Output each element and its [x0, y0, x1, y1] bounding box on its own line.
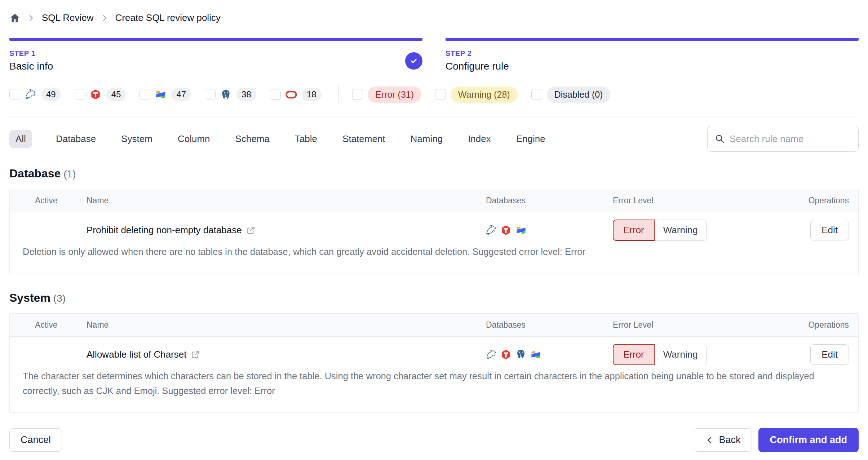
tab-schema[interactable]: Schema	[234, 130, 271, 148]
disabled-filter-pill[interactable]: Disabled (0)	[547, 87, 611, 103]
mysql-icon	[486, 225, 497, 236]
col-name: Name	[87, 189, 486, 212]
error-level-error-button[interactable]: Error	[613, 220, 655, 241]
step-2-label: STEP 2	[446, 49, 509, 58]
search-rule-box	[707, 126, 859, 152]
col-databases: Databases	[486, 189, 613, 212]
filter-engine-postgresql: 38	[205, 88, 256, 101]
rule-databases	[486, 349, 613, 360]
col-operations: Operations	[762, 314, 858, 336]
section-system-count: (3)	[53, 293, 66, 304]
error-level-error-button[interactable]: Error	[613, 344, 655, 365]
tab-table[interactable]: Table	[293, 130, 319, 148]
postgresql-filter-checkbox[interactable]	[205, 89, 216, 100]
col-operations: Operations	[762, 189, 858, 212]
error-filter-pill[interactable]: Error (31)	[368, 87, 421, 103]
warning-filter-checkbox[interactable]	[435, 89, 446, 100]
external-link-icon[interactable]	[246, 226, 256, 235]
tidb-filter-checkbox[interactable]	[75, 89, 85, 100]
filters-divider	[9, 116, 859, 116]
search-icon	[715, 134, 725, 144]
breadcrumb: SQL Review Create SQL review policy	[9, 0, 859, 23]
step-1-title: Basic info	[9, 61, 53, 72]
oracle-icon	[285, 89, 297, 100]
tidb-icon	[501, 225, 512, 236]
col-error-level: Error Level	[613, 189, 762, 212]
section-system-label: System	[9, 291, 50, 304]
rule-name-link[interactable]: Allowable list of Charset	[87, 349, 486, 360]
section-database-label: Database	[9, 167, 61, 180]
postgresql-rule-count: 38	[236, 88, 256, 101]
create-sql-review-policy-page: SQL Review Create SQL review policy STEP…	[0, 0, 868, 460]
step-2-title: Configure rule	[446, 61, 509, 72]
tidb-rule-count: 45	[106, 88, 126, 101]
breadcrumb-sql-review[interactable]: SQL Review	[42, 12, 94, 23]
oracle-rule-count: 18	[302, 88, 322, 101]
tab-index[interactable]: Index	[466, 130, 492, 148]
system-rules-table: Active Name Databases Error Level Operat…	[9, 313, 859, 413]
oracle-filter-checkbox[interactable]	[270, 89, 281, 100]
search-rule-input[interactable]	[730, 133, 851, 145]
error-level-warning-button[interactable]: Warning	[655, 220, 707, 241]
filter-level-warning: Warning (28)	[435, 87, 518, 103]
database-rules-table: Active Name Databases Error Level Operat…	[9, 189, 859, 274]
category-tabs: All Database System Column Schema Table …	[9, 126, 859, 152]
mysql-filter-checkbox[interactable]	[9, 89, 20, 100]
oceanbase-rule-count: 47	[171, 88, 191, 101]
postgresql-icon	[515, 349, 527, 360]
step-1-label: STEP 1	[9, 49, 53, 58]
tab-statement[interactable]: Statement	[341, 130, 387, 148]
filter-level-error: Error (31)	[352, 87, 421, 103]
col-active: Active	[10, 189, 87, 212]
back-button-label: Back	[719, 434, 740, 446]
step-2: STEP 2 Configure rule	[446, 38, 859, 72]
mysql-icon	[486, 349, 497, 360]
mysql-icon	[25, 89, 36, 100]
wizard-footer: Cancel Back Confirm and add	[9, 428, 859, 452]
disabled-filter-checkbox[interactable]	[531, 89, 542, 100]
col-name: Name	[87, 314, 486, 336]
step-1-completed-check-icon	[405, 52, 422, 70]
step-2-progress-bar	[446, 38, 859, 41]
tab-naming[interactable]: Naming	[409, 130, 444, 148]
filter-engine-tidb: 45	[75, 88, 126, 101]
warning-filter-pill[interactable]: Warning (28)	[451, 87, 518, 103]
table-row: Allowable list of Charset Error Warning …	[10, 337, 858, 413]
rule-name: Prohibit deleting non-empty database	[87, 225, 242, 236]
rule-description: Deletion is only allowed when there are …	[10, 241, 858, 269]
oceanbase-icon	[530, 349, 541, 360]
error-filter-checkbox[interactable]	[352, 89, 363, 100]
chevron-right-icon	[100, 14, 109, 22]
error-level-segmented: Error Warning	[613, 344, 762, 365]
tab-database[interactable]: Database	[54, 130, 97, 148]
tidb-icon	[90, 89, 102, 100]
rule-name-link[interactable]: Prohibit deleting non-empty database	[87, 225, 486, 236]
edit-button[interactable]: Edit	[810, 220, 849, 240]
tab-column[interactable]: Column	[176, 130, 212, 148]
error-level-warning-button[interactable]: Warning	[655, 344, 707, 365]
edit-button[interactable]: Edit	[810, 344, 849, 365]
chevron-right-icon	[27, 14, 35, 22]
tab-engine[interactable]: Engine	[515, 130, 547, 148]
oceanbase-filter-checkbox[interactable]	[140, 89, 150, 100]
oceanbase-icon	[155, 89, 167, 100]
rule-databases	[486, 225, 613, 236]
section-database-count: (1)	[63, 168, 76, 180]
home-icon[interactable]	[9, 13, 20, 23]
back-button[interactable]: Back	[694, 428, 752, 452]
rule-filters: 49 45 47 38 18 Error (31) W	[9, 86, 859, 103]
external-link-icon[interactable]	[191, 350, 200, 359]
table-header: Active Name Databases Error Level Operat…	[10, 314, 858, 337]
tab-all[interactable]: All	[9, 130, 32, 148]
cancel-button[interactable]: Cancel	[9, 428, 62, 452]
col-databases: Databases	[486, 314, 613, 336]
tidb-icon	[501, 349, 512, 360]
confirm-and-add-button[interactable]: Confirm and add	[758, 428, 859, 452]
table-row: Prohibit deleting non-empty database Err…	[10, 212, 858, 274]
stepper: STEP 1 Basic info STEP 2 Configure rule	[9, 38, 859, 72]
filter-engine-oceanbase: 47	[140, 88, 191, 101]
filter-engine-oracle: 18	[270, 88, 322, 101]
filter-level-disabled: Disabled (0)	[531, 87, 611, 103]
filter-divider	[338, 86, 339, 103]
tab-system[interactable]: System	[120, 130, 154, 148]
